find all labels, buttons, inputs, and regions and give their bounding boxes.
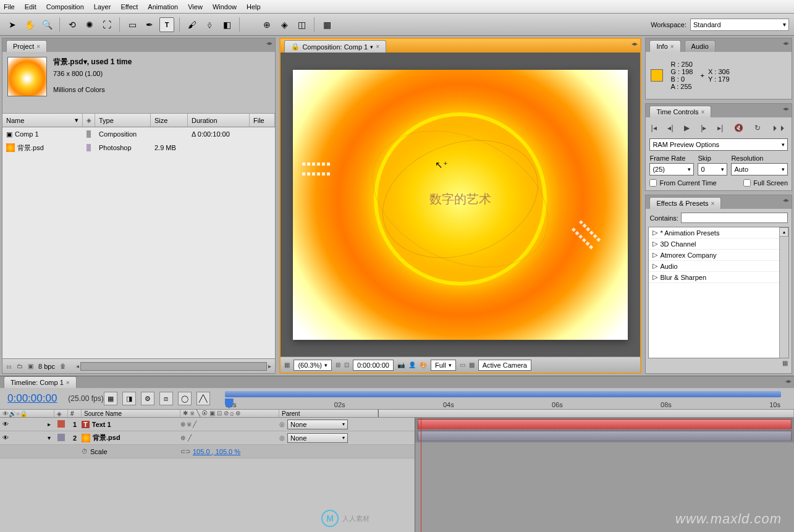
scroll-right-icon[interactable]: ▸ xyxy=(268,363,271,369)
selection-tool-icon[interactable]: ➤ xyxy=(5,17,20,32)
col-num[interactable]: # xyxy=(68,410,82,417)
visibility-toggle[interactable]: 👁 xyxy=(0,434,11,441)
mute-icon[interactable]: 🔇 xyxy=(734,124,743,132)
loop-icon[interactable]: ↻ xyxy=(754,124,761,132)
frame-blend-icon[interactable]: ⧈ xyxy=(159,392,173,405)
close-icon[interactable]: × xyxy=(376,43,379,50)
tab-info[interactable]: Info× xyxy=(649,40,680,52)
col-type[interactable]: Type xyxy=(95,114,151,127)
folder-icon[interactable]: 🗀 xyxy=(17,363,23,369)
panel-menu-icon[interactable]: ◂▸ xyxy=(783,196,789,203)
menu-window[interactable]: Window xyxy=(213,3,237,11)
zoom-tool-icon[interactable]: 🔍 xyxy=(40,17,54,32)
menu-help[interactable]: Help xyxy=(247,3,261,11)
close-icon[interactable]: × xyxy=(66,379,70,386)
menu-animation[interactable]: Animation xyxy=(148,3,178,11)
col-duration[interactable]: Duration xyxy=(188,114,250,127)
constrain-icon[interactable]: ⊂⊃ xyxy=(180,448,190,455)
project-item-row[interactable]: 背景.psd Photoshop 2.9 MB xyxy=(2,141,275,154)
comp-flowchart-icon[interactable]: ▦ xyxy=(104,392,117,405)
tab-time-controls[interactable]: Time Controls× xyxy=(649,106,711,117)
audio-icon[interactable]: 🔊 xyxy=(9,410,16,417)
col-parent[interactable]: Parent xyxy=(279,410,378,417)
eye-icon[interactable]: 👁 xyxy=(2,410,9,417)
last-frame-icon[interactable]: ▸| xyxy=(717,124,723,132)
effects-category[interactable]: ▷* Animation Presets xyxy=(649,227,788,239)
toggle-alpha-icon[interactable]: ▦ xyxy=(284,361,290,368)
next-frame-icon[interactable]: |▸ xyxy=(701,124,706,132)
col-file[interactable]: File xyxy=(250,114,275,127)
close-icon[interactable]: × xyxy=(711,200,715,207)
effects-category[interactable]: ▷Audio xyxy=(649,261,788,272)
grid-icon[interactable]: ⊡ xyxy=(344,361,349,368)
menu-effect[interactable]: Effect xyxy=(120,3,138,11)
parent-dropdown[interactable]: None xyxy=(287,420,348,429)
type-tool-icon[interactable]: T xyxy=(159,17,174,32)
preview-resolution-dropdown[interactable]: Auto xyxy=(731,163,788,175)
col-size[interactable]: Size xyxy=(151,114,188,127)
layer-bar[interactable] xyxy=(418,431,792,441)
menu-file[interactable]: File xyxy=(4,3,15,11)
color-mgmt-icon[interactable]: 🎨 xyxy=(420,361,427,368)
zoom-dropdown[interactable]: (60.3%) xyxy=(294,360,332,371)
workspace-dropdown[interactable]: Standard xyxy=(690,19,789,31)
pickwhip-icon[interactable]: ◎ xyxy=(279,421,285,428)
draft-3d-icon[interactable]: ◨ xyxy=(122,392,136,405)
project-item-row[interactable]: ▣Comp 1 Composition Δ 0:00:10:00 xyxy=(2,127,275,141)
resolution-dropdown[interactable]: Full xyxy=(431,360,456,371)
tab-project[interactable]: Project × xyxy=(6,40,47,52)
tab-timeline[interactable]: Timeline: Comp 1× xyxy=(4,376,77,388)
eraser-tool-icon[interactable]: ◧ xyxy=(219,17,234,32)
new-bin-icon[interactable]: ▦ xyxy=(782,360,788,369)
stopwatch-icon[interactable]: ⏱ xyxy=(82,448,88,455)
collapse-arrow-icon[interactable]: ▾ xyxy=(43,434,54,441)
snapshot-icon[interactable]: 📷 xyxy=(397,361,405,368)
rect-tool-icon[interactable]: ▭ xyxy=(125,17,140,32)
current-time-display[interactable]: 0:00:00:00 xyxy=(353,360,394,371)
shy-icon[interactable]: ⚙ xyxy=(141,392,154,405)
pickwhip-icon[interactable]: ◎ xyxy=(279,434,285,441)
channel-icon[interactable]: 👤 xyxy=(408,361,416,368)
prev-frame-icon[interactable]: ◂| xyxy=(667,124,673,132)
scale-value[interactable]: 105.0 , 105.0 % xyxy=(193,448,240,455)
menu-edit[interactable]: Edit xyxy=(25,3,36,11)
lock-icon[interactable]: 🔒 xyxy=(20,410,27,417)
scrollbar-horizontal[interactable] xyxy=(80,362,267,371)
from-current-checkbox[interactable]: From Current Time xyxy=(649,179,716,187)
pan-behind-tool-icon[interactable]: ⛶ xyxy=(99,17,114,32)
axis-mode-icon[interactable]: ⊕ xyxy=(260,17,274,32)
close-icon[interactable]: × xyxy=(670,43,674,50)
graph-editor-icon[interactable]: ╱╲ xyxy=(196,392,210,405)
col-name[interactable]: Name▾ xyxy=(2,114,83,127)
bpc-toggle[interactable]: 8 bpc xyxy=(38,363,55,370)
close-icon[interactable]: × xyxy=(36,43,40,50)
scroll-left-icon[interactable]: ◂ xyxy=(76,363,79,369)
ram-preview-icon[interactable]: ⏵⏵ xyxy=(772,124,787,132)
axis-view-icon[interactable]: ◫ xyxy=(294,17,309,32)
expand-arrow-icon[interactable]: ▸ xyxy=(43,421,54,428)
panel-menu-icon[interactable]: ◂▸ xyxy=(783,40,789,46)
menu-view[interactable]: View xyxy=(188,3,203,11)
tab-composition[interactable]: 🔒 Composition: Comp 1 ▾ × xyxy=(284,40,386,53)
col-label[interactable]: ◈ xyxy=(83,114,95,127)
panel-menu-icon[interactable]: ◂▸ xyxy=(266,40,272,46)
col-switches[interactable]: ✱ ※ ╲ ⦿ ▣ ⊡ ⊘ ⦶ ⊛ xyxy=(180,410,279,417)
frame-rate-dropdown[interactable]: (25) xyxy=(649,163,694,175)
scroll-up-icon[interactable]: ▴ xyxy=(779,227,788,237)
hand-tool-icon[interactable]: ✋ xyxy=(22,17,37,32)
col-source-name[interactable]: Source Name xyxy=(82,410,180,417)
rotation-tool-icon[interactable]: ⟲ xyxy=(65,17,80,32)
composition-viewer[interactable]: 数字的艺术 ↖⁺ xyxy=(281,53,640,357)
close-icon[interactable]: × xyxy=(701,109,704,116)
layer-bar[interactable] xyxy=(418,419,792,429)
panel-menu-icon[interactable]: ◂▸ xyxy=(785,378,792,384)
menu-layer[interactable]: Layer xyxy=(94,3,111,11)
composition-canvas[interactable]: 数字的艺术 ↖⁺ xyxy=(293,70,628,340)
layer-row[interactable]: 👁▾ 2 背景.psd ⊕╱ ◎None xyxy=(0,431,415,445)
menu-composition[interactable]: Composition xyxy=(46,3,84,11)
layer-row[interactable]: 👁▸ 1 TText 1 ⊕※╱ ◎None xyxy=(0,418,415,431)
effects-list[interactable]: ▷* Animation Presets ▷3D Channel ▷Atmore… xyxy=(648,227,789,358)
tab-effects-presets[interactable]: Effects & Presets× xyxy=(649,197,721,209)
property-row[interactable]: ⏱Scale ⊂⊃105.0 , 105.0 % xyxy=(0,445,415,458)
ram-preview-dropdown[interactable]: RAM Preview Options xyxy=(649,138,788,151)
